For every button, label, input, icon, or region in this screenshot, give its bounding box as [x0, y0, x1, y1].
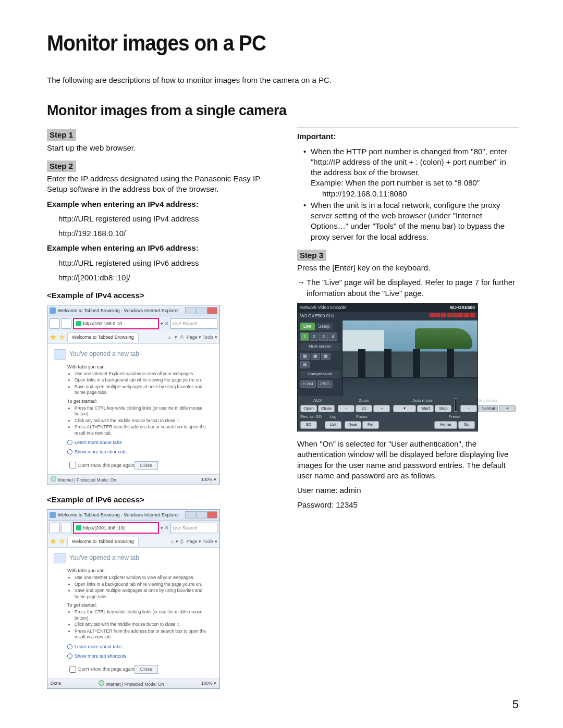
focus-far[interactable]: Far: [362, 421, 379, 429]
automode-start[interactable]: Start: [417, 405, 434, 413]
ipv6-example-head: Example when entering an IPv6 address:: [47, 243, 268, 253]
close-button[interactable]: Close: [134, 461, 158, 470]
add-favorites-icon[interactable]: [58, 538, 66, 545]
browser-tools[interactable]: ⌂▾⎙ Page ▾ Tools ▾: [169, 538, 217, 545]
h264-button[interactable]: H.264: [300, 380, 316, 388]
ptz-pad-icon[interactable]: [455, 398, 457, 412]
aux-close[interactable]: Close: [318, 405, 335, 413]
browser-body: You've opened a new tab With tabs you ca…: [47, 344, 219, 475]
forward-button[interactable]: [61, 318, 71, 329]
minimize-icon[interactable]: [185, 511, 195, 519]
close-button[interactable]: Close: [134, 665, 158, 673]
show-more-link[interactable]: Show more tab shortcuts: [67, 449, 213, 455]
maximize-icon[interactable]: [196, 307, 206, 314]
important-bullet-1-ex1: Example: When the port number is set to …: [311, 178, 519, 188]
ch-2[interactable]: 2: [310, 332, 319, 341]
ms-2[interactable]: ▦: [311, 353, 320, 360]
browser-fav-row: Welcome to Tabbed Browsing ⌂ ▾ ⎙ Page ▾ …: [47, 331, 219, 343]
ipv6-example-line2: http://[2001:db8::10]/: [47, 273, 268, 283]
ipv6-browser-screenshot: Welcome to Tabbed Browsing - Windows Int…: [47, 509, 220, 689]
tab-live[interactable]: Live: [300, 323, 315, 330]
browser-address-row: http://192.168.0.10 ▾ ✕ Live Search: [47, 316, 219, 331]
step-2-body: Enter the IP address designated using th…: [47, 174, 268, 195]
address-bar[interactable]: http://[2001:db8::10]: [73, 522, 159, 534]
ipv4-example-line1: http://URL registered using IPv4 address: [47, 214, 268, 224]
multiscreen-label: Multi-screen: [300, 343, 340, 351]
preset-home[interactable]: Home: [434, 421, 457, 429]
log-list-button[interactable]: List: [325, 421, 341, 429]
minimize-icon[interactable]: [185, 307, 195, 314]
bright-minus[interactable]: –: [460, 405, 477, 413]
dont-show-checkbox[interactable]: [69, 666, 76, 673]
back-button[interactable]: [50, 523, 60, 533]
ch-4[interactable]: 4: [328, 332, 337, 341]
important-bullet-1: When the HTTP port number is changed fro…: [311, 147, 507, 177]
focus-near[interactable]: Near: [345, 421, 361, 429]
automode-select[interactable]: ▾: [393, 405, 416, 413]
browser-tab[interactable]: Welcome to Tabbed Browsing: [67, 537, 139, 546]
add-favorites-icon[interactable]: [58, 334, 66, 341]
newtab-icon: [54, 349, 66, 360]
left-column: Step 1 Start up the web browser. Step 2 …: [47, 126, 268, 698]
address-bar[interactable]: http://192.168.0.10: [73, 318, 159, 329]
dont-show-checkbox[interactable]: [69, 462, 76, 468]
ch-3[interactable]: 3: [319, 332, 328, 341]
search-box[interactable]: Live Search: [170, 318, 217, 329]
newtab-icon: [54, 553, 66, 563]
bright-plus[interactable]: +: [499, 405, 516, 413]
bright-normal[interactable]: Normal: [478, 405, 498, 413]
favorites-star-icon[interactable]: [50, 538, 57, 545]
learn-more-link[interactable]: Learn more about tabs: [67, 644, 213, 650]
search-box[interactable]: Live Search: [170, 523, 217, 533]
preset-go[interactable]: Go: [458, 421, 475, 429]
browser-tab[interactable]: Welcome to Tabbed Browsing: [67, 332, 139, 341]
ms-3[interactable]: ▦: [321, 353, 331, 360]
important-head: Important:: [297, 131, 519, 142]
ipv4-browser-screenshot: Welcome to Tabbed Browsing - Windows Int…: [47, 305, 220, 485]
step-3-body: Press the [Enter] key on the keyboard.: [297, 263, 519, 273]
auth-username: User name: admin: [297, 485, 519, 496]
globe-icon: [99, 680, 104, 686]
automode-stop[interactable]: Stop: [435, 405, 451, 413]
ms-4[interactable]: ▦: [300, 361, 310, 368]
favorites-star-icon[interactable]: [50, 334, 57, 341]
ipv4-example-line2: http://192.168.0.10/: [47, 228, 268, 239]
tab-setup[interactable]: Setup: [315, 323, 333, 330]
right-column: Important: When the HTTP port number is …: [297, 126, 519, 514]
back-button[interactable]: [50, 318, 60, 329]
ipv6-caption: <Example of IPv6 access>: [47, 495, 268, 505]
channel-title: WJ-GXE500 Ch1: [300, 313, 334, 319]
window-buttons: [185, 307, 217, 314]
important-bullets: When the HTTP port number is changed fro…: [297, 146, 519, 242]
zoom-out[interactable]: –: [338, 405, 354, 413]
forward-button[interactable]: [61, 523, 71, 533]
home-icon[interactable]: ⌂: [168, 335, 171, 340]
ipv6-example-line1: http://URL registered using IPv6 address: [47, 258, 268, 268]
address-bar-text: http://192.168.0.10: [83, 320, 122, 327]
page-title: Monitor images on a PC: [47, 29, 481, 58]
divider: [297, 128, 519, 128]
sd-button[interactable]: SD: [300, 421, 317, 429]
step-3-head: Step 3: [297, 250, 326, 261]
close-icon[interactable]: [207, 511, 217, 519]
live-brand: Network Video Encoder: [300, 305, 347, 311]
compression-label: Compression: [300, 371, 340, 378]
ch-1[interactable]: 1: [300, 332, 309, 341]
maximize-icon[interactable]: [196, 511, 206, 519]
learn-more-link[interactable]: Learn more about tabs: [67, 439, 213, 446]
live-video: [342, 320, 478, 396]
ie-icon: [50, 307, 56, 314]
ms-1[interactable]: ▦: [300, 353, 310, 360]
favicon-icon: [76, 525, 81, 530]
channel-selector: 1 2 3 4: [300, 332, 340, 341]
jpeg-button[interactable]: JPEG: [317, 380, 333, 388]
zoom-in[interactable]: +: [373, 405, 390, 413]
print-icon[interactable]: ⎙: [180, 335, 183, 340]
step-2-head: Step 2: [47, 161, 76, 172]
feed-icon[interactable]: ▾: [175, 335, 177, 340]
close-icon[interactable]: [207, 307, 217, 314]
zoom-x1[interactable]: x1: [356, 405, 372, 413]
browser-tools[interactable]: ⌂ ▾ ⎙ Page ▾ Tools ▾: [166, 334, 217, 340]
aux-open[interactable]: Open: [300, 405, 317, 413]
show-more-link[interactable]: Show more tab shortcuts: [67, 653, 213, 659]
